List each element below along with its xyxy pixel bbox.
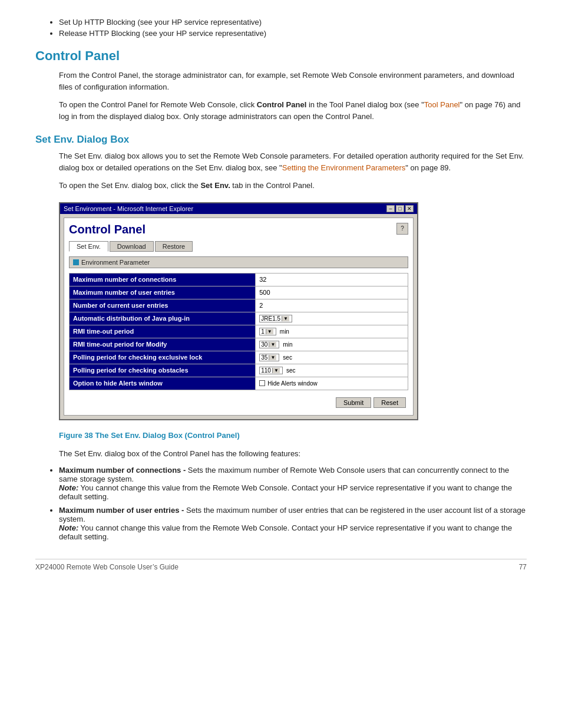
row-value-rmi-modify[interactable]: 30 ▼ min [256,338,408,351]
hide-alerts-label: Hide Alerts window [267,380,317,387]
subsection-desc2: To open the Set Env. dialog box, click t… [59,180,527,192]
dialog-title-text: Set Environment - Microsoft Internet Exp… [64,205,193,212]
tab-set-env[interactable]: Set Env. [69,241,108,252]
feature1-note-text: You cannot change this value from the Re… [59,483,512,501]
desc2-post: tab in the Control Panel. [230,181,315,190]
row-value-current-entries: 2 [256,299,408,312]
features-list: Maximum number of connections - Sets the… [59,466,527,541]
rmi-timeout-arrow[interactable]: ▼ [266,329,273,334]
figure-caption: Figure 38 The Set Env. Dialog Box (Contr… [59,431,503,440]
row-value-connections: 32 [256,273,408,286]
desc2-bold: Set Env. [200,181,230,190]
feature1-note-label: Note: [59,483,78,492]
row-value-hide-alerts[interactable]: Hide Alerts window [256,377,408,390]
row-label-polling-obstacles: Polling period for checking obstacles [70,364,256,377]
bullet-item-1: Set Up HTTP Blocking (see your HP servic… [59,18,527,27]
row-label-current-entries: Number of current user entries [70,299,256,312]
subsection-title: Set Env. Dialog Box [35,134,527,146]
polling-lock-arrow[interactable]: ▼ [269,355,276,360]
table-row: Maximum number of connections 32 [70,273,408,286]
polling-obstacles-unit: sec [286,367,296,374]
params-table: Maximum number of connections 32 Maximum… [69,273,408,390]
maximize-button[interactable]: □ [396,205,404,212]
features-intro: The Set Env. dialog box of the Control P… [59,448,527,460]
page-footer: XP24000 Remote Web Console User’s Guide … [35,559,527,571]
section-intro2: To open the Control Panel for Remote Web… [59,99,527,123]
dialog-titlebar: Set Environment - Microsoft Internet Exp… [60,203,417,214]
feature2-note-label: Note: [59,523,78,532]
section-title: Control Panel [35,48,527,64]
setting-link[interactable]: Setting the Environment Parameters [282,163,406,172]
row-value-polling-lock[interactable]: 35 ▼ sec [256,351,408,364]
rmi-timeout-value: 1 [261,328,265,335]
env-param-label: Environment Parameter [81,259,150,266]
feature-item-2: Maximum number of user entries - Sets th… [59,506,527,541]
hide-alerts-checkbox-row: Hide Alerts window [259,380,404,387]
rmi-modify-arrow[interactable]: ▼ [269,342,276,347]
close-button[interactable]: ✕ [405,205,414,212]
table-row: RMI time-out period for Modify 30 ▼ min [70,338,408,351]
dialog-window: Set Environment - Microsoft Internet Exp… [59,202,418,420]
table-row: Option to hide Alerts window Hide Alerts… [70,377,408,390]
rmi-timeout-unit: min [280,328,289,335]
feature1-bold: Maximum number of connections - [59,466,186,475]
cp-title: Control Panel [69,223,146,236]
help-icon[interactable]: ? [396,223,408,235]
section-intro1: From the Control Panel, the storage admi… [59,70,527,93]
rmi-timeout-select[interactable]: 1 ▼ [259,328,276,335]
submit-row: Submit Reset [69,395,408,410]
polling-obstacles-select[interactable]: 110 ▼ [259,367,283,374]
polling-lock-select[interactable]: 35 ▼ [259,354,279,361]
footer-doc-title: XP24000 Remote Web Console User’s Guide [35,563,178,571]
intro2-pre: To open the Control Panel for Remote Web… [59,100,257,109]
dialog-tabs: Set Env. Download Restore [69,241,408,252]
reset-button[interactable]: Reset [373,397,406,408]
desc2-pre: To open the Set Env. dialog box, click t… [59,181,200,190]
intro-bullets: Set Up HTTP Blocking (see your HP servic… [59,18,527,38]
java-plugin-select[interactable]: JRE1.5 ▼ [259,315,292,322]
feature2-note-text: You cannot change this value from the Re… [59,523,512,541]
row-label-rmi-modify: RMI time-out period for Modify [70,338,256,351]
table-row: Polling period for checking exclusive lo… [70,351,408,364]
tab-download[interactable]: Download [110,241,154,252]
table-row: RMI time-out period 1 ▼ min [70,325,408,338]
polling-lock-value: 35 [261,354,267,361]
table-row: Automatic distribution of Java plug-in J… [70,312,408,325]
feature2-bold: Maximum number of user entries - [59,506,184,515]
polling-lock-unit: sec [283,354,292,361]
row-label-hide-alerts: Option to hide Alerts window [70,377,256,390]
minimize-button[interactable]: – [386,205,395,212]
table-row: Maximum number of user entries 500 [70,286,408,299]
env-param-header: Environment Parameter [69,256,408,268]
row-value-java-plugin[interactable]: JRE1.5 ▼ [256,312,408,325]
footer-page-number: 77 [519,563,527,571]
row-label-polling-lock: Polling period for checking exclusive lo… [70,351,256,364]
java-plugin-value: JRE1.5 [261,315,280,322]
hide-alerts-checkbox[interactable] [259,380,265,386]
env-param-icon [73,259,79,265]
row-label-rmi-timeout: RMI time-out period [70,325,256,338]
row-label-java-plugin: Automatic distribution of Java plug-in [70,312,256,325]
rmi-modify-select[interactable]: 30 ▼ [259,341,279,348]
polling-obstacles-arrow[interactable]: ▼ [272,368,280,373]
polling-obstacles-value: 110 [261,367,271,374]
tool-panel-link[interactable]: Tool Panel [424,100,460,109]
row-value-rmi-timeout[interactable]: 1 ▼ min [256,325,408,338]
bullet-item-2: Release HTTP Blocking (see your HP servi… [59,29,527,38]
titlebar-buttons: – □ ✕ [386,205,414,212]
table-row: Polling period for checking obstacles 11… [70,364,408,377]
row-value-user-entries: 500 [256,286,408,299]
table-row: Number of current user entries 2 [70,299,408,312]
rmi-modify-value: 30 [261,341,267,348]
intro2-bold: Control Panel [257,100,307,109]
row-label-connections: Maximum number of connections [70,273,256,286]
rmi-modify-unit: min [283,341,292,348]
subsection-desc1: The Set Env. dialog box allows you to se… [59,150,527,174]
submit-button[interactable]: Submit [336,397,371,408]
dialog-body: Control Panel ? Set Env. Download Restor… [64,218,414,416]
row-value-polling-obstacles[interactable]: 110 ▼ sec [256,364,408,377]
row-label-user-entries: Maximum number of user entries [70,286,256,299]
feature-item-1: Maximum number of connections - Sets the… [59,466,527,501]
tab-restore[interactable]: Restore [155,241,193,252]
java-plugin-arrow[interactable]: ▼ [282,316,289,321]
